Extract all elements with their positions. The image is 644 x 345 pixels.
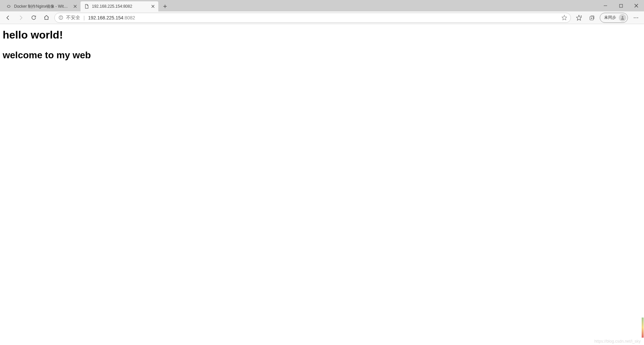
maximize-button[interactable] bbox=[613, 0, 629, 11]
avatar-icon bbox=[619, 14, 626, 21]
tab-title: Docker 制作Nginx镜像 - Withfee bbox=[14, 4, 70, 9]
svg-rect-7 bbox=[620, 4, 623, 7]
tab-title: 192.168.225.154:8082 bbox=[92, 4, 148, 9]
collections-icon[interactable] bbox=[586, 12, 598, 23]
back-button[interactable] bbox=[2, 12, 14, 23]
sync-label: 未同步 bbox=[604, 15, 616, 20]
svg-marker-13 bbox=[562, 15, 567, 20]
close-icon[interactable] bbox=[150, 4, 156, 9]
page-content: hello world! welcome to my web bbox=[0, 24, 644, 65]
favorites-icon[interactable] bbox=[573, 12, 585, 23]
scrollbar-indicator[interactable] bbox=[642, 318, 644, 338]
forward-button[interactable] bbox=[15, 12, 27, 23]
toolbar-right: 未同步 bbox=[573, 12, 642, 23]
toolbar: 不安全 | 192.168.225.154:8082 未同步 bbox=[0, 11, 644, 24]
address-bar[interactable]: 不安全 | 192.168.225.154:8082 bbox=[54, 13, 571, 23]
svg-point-12 bbox=[61, 16, 61, 17]
security-label: 不安全 bbox=[66, 15, 80, 21]
page-heading-2: welcome to my web bbox=[3, 50, 641, 61]
close-icon[interactable] bbox=[72, 4, 78, 9]
more-menu-button[interactable] bbox=[630, 12, 642, 23]
tab-strip: Docker 制作Nginx镜像 - Withfee 192.168.225.1… bbox=[0, 0, 644, 11]
minimize-button[interactable] bbox=[598, 0, 613, 11]
svg-point-23 bbox=[637, 17, 638, 18]
info-icon[interactable] bbox=[58, 15, 63, 20]
svg-point-21 bbox=[634, 17, 635, 18]
new-tab-button[interactable] bbox=[160, 2, 170, 11]
window-controls bbox=[598, 0, 644, 11]
favorite-star-icon[interactable] bbox=[561, 15, 567, 20]
svg-point-20 bbox=[622, 16, 624, 18]
tab-docker-nginx[interactable]: Docker 制作Nginx镜像 - Withfee bbox=[3, 1, 80, 11]
page-favicon-icon bbox=[6, 4, 11, 9]
svg-point-22 bbox=[636, 17, 636, 18]
divider: | bbox=[84, 15, 85, 20]
document-icon bbox=[84, 4, 89, 9]
url-text: 192.168.225.154:8082 bbox=[88, 15, 135, 20]
refresh-button[interactable] bbox=[28, 12, 40, 23]
home-button[interactable] bbox=[40, 12, 52, 23]
tab-ip-page[interactable]: 192.168.225.154:8082 bbox=[80, 1, 158, 11]
profile-sync-button[interactable]: 未同步 bbox=[600, 13, 628, 23]
watermark-text: https://blog.csdn.net/l_sky bbox=[594, 339, 641, 344]
close-window-button[interactable] bbox=[629, 0, 644, 11]
page-heading-1: hello world! bbox=[3, 29, 641, 41]
